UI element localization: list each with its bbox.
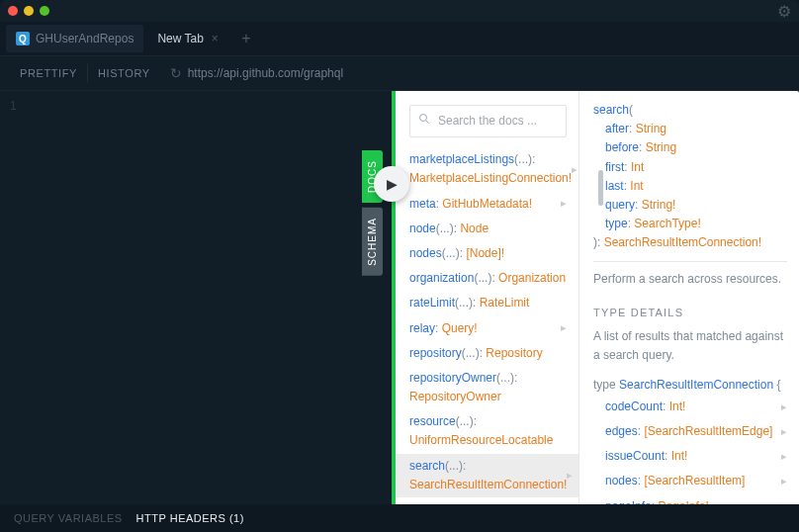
field-name: nodes <box>409 246 442 260</box>
field-args: (...): <box>442 246 467 260</box>
svg-line-1 <box>426 121 429 124</box>
type-field-row[interactable]: issueCount: Int!▸ <box>605 444 787 469</box>
field-row-marketplaceListings[interactable]: marketplaceListings(...): MarketplaceLis… <box>409 147 567 191</box>
arg-row: type: SearchType! <box>605 215 787 233</box>
field-type: Node <box>460 222 488 235</box>
schema-tab[interactable]: SCHEMA <box>362 208 383 276</box>
field-type: Repository <box>486 346 542 360</box>
search-docs-input[interactable]: Search the docs ... <box>409 105 567 137</box>
type-field-row[interactable]: edges: [SearchResultItemEdge]▸ <box>605 419 787 444</box>
type-name[interactable]: SearchResultItemConnection <box>619 378 773 392</box>
field-type: SearchResultItemConnection! <box>409 478 567 491</box>
field-name: organization <box>409 271 474 285</box>
field-row-node[interactable]: node(...): Node <box>409 217 567 241</box>
field-args: (...): <box>455 296 480 310</box>
query-editor[interactable]: 1 ▶ <box>0 91 392 504</box>
arg-row: after: String <box>605 120 787 138</box>
field-name: marketplaceListings <box>409 152 514 166</box>
tab-label: GHUserAndRepos <box>36 32 133 45</box>
arg-row: before: String <box>605 138 787 157</box>
field-type: RepositoryOwner <box>409 390 501 403</box>
docs-panel: DOCS SCHEMA Search the docs ... marketpl… <box>392 91 799 504</box>
chevron-right-icon: ▸ <box>561 319 567 337</box>
field-row-repository[interactable]: repository(...): Repository <box>409 341 567 366</box>
field-type: UniformResourceLocatable <box>409 433 553 447</box>
return-type[interactable]: SearchResultItemConnection! <box>604 235 761 249</box>
chevron-right-icon: ▸ <box>567 467 573 485</box>
close-icon[interactable] <box>8 6 18 16</box>
reload-icon[interactable]: ↻ <box>170 65 182 81</box>
field-args: (...): <box>456 414 477 428</box>
query-icon: Q <box>16 32 30 45</box>
close-tab-icon[interactable]: × <box>212 32 219 45</box>
tab-new-tab[interactable]: New Tab × <box>147 25 228 52</box>
field-args: (...): <box>445 459 466 473</box>
field-row-nodes[interactable]: nodes(...): [Node]! <box>409 241 567 266</box>
field-args: (...): <box>514 152 535 166</box>
field-type: [Node]! <box>466 246 504 260</box>
field-name: relay <box>409 321 435 335</box>
field-row-resource[interactable]: resource(...): UniformResourceLocatable <box>409 409 567 453</box>
field-args: : <box>435 321 442 335</box>
field-row-repositoryOwner[interactable]: repositoryOwner(...): RepositoryOwner <box>409 366 567 409</box>
docs-col-detail: search( after: Stringbefore: Stringfirst… <box>579 91 799 504</box>
type-description: A list of results that matched against a… <box>593 327 787 365</box>
type-declaration: type SearchResultItemConnection { <box>593 376 787 395</box>
search-placeholder: Search the docs ... <box>438 112 537 131</box>
type-details-heading: TYPE DETAILS <box>593 305 787 322</box>
prettify-button[interactable]: PRETTIFY <box>10 63 87 83</box>
docs-col-query: Search the docs ... marketplaceListings(… <box>396 91 579 504</box>
field-row-securityAdvisories[interactable]: securityAdvisories(...): SecurityAdvisor… <box>409 497 567 504</box>
field-type: GitHubMetadata! <box>442 197 532 211</box>
chevron-right-icon: ▸ <box>781 497 787 504</box>
settings-gear-icon[interactable]: ⚙ <box>777 2 791 21</box>
window-chrome: ⚙ <box>0 0 799 22</box>
minimize-icon[interactable] <box>24 6 34 16</box>
field-type: RateLimit <box>480 296 530 310</box>
field-name: repositoryOwner <box>409 371 496 385</box>
field-name: securityAdvisories <box>409 502 505 504</box>
arg-row: first: Int <box>605 158 787 177</box>
workspace: 1 ▶ DOCS SCHEMA Search the docs ... mark… <box>0 91 799 504</box>
chevron-right-icon: ▸ <box>572 161 577 179</box>
type-field-row[interactable]: pageInfo: PageInfo!▸ <box>605 494 787 504</box>
bottom-bar: QUERY VARIABLES HTTP HEADERS (1) <box>0 504 799 532</box>
field-name: resource <box>409 414 456 428</box>
search-icon <box>418 112 430 131</box>
field-description: Perform a search across resources. <box>593 270 787 289</box>
field-row-search[interactable]: search(...): SearchResultItemConnection!… <box>396 454 578 497</box>
maximize-icon[interactable] <box>40 6 49 16</box>
scrollbar-thumb[interactable] <box>598 170 603 206</box>
arg-row: query: String! <box>605 196 787 215</box>
field-row-organization[interactable]: organization(...): Organization <box>409 266 567 291</box>
field-args: (...): <box>436 222 461 235</box>
http-headers-tab[interactable]: HTTP HEADERS (1) <box>136 512 244 524</box>
field-args: (...): <box>474 271 498 285</box>
endpoint-url[interactable]: https://api.github.com/graphql <box>188 66 343 80</box>
field-row-rateLimit[interactable]: rateLimit(...): RateLimit <box>409 291 567 315</box>
chevron-right-icon: ▸ <box>561 195 567 213</box>
field-args: (...): <box>505 502 526 504</box>
history-button[interactable]: HISTORY <box>87 63 160 83</box>
field-name: node <box>409 222 436 235</box>
field-name: meta <box>409 197 436 211</box>
field-name: rateLimit <box>409 296 455 310</box>
type-field-row[interactable]: codeCount: Int!▸ <box>605 395 787 419</box>
add-tab-button[interactable]: + <box>232 25 260 52</box>
arg-row: last: Int <box>605 177 787 196</box>
chevron-right-icon: ▸ <box>781 399 787 416</box>
chevron-right-icon: ▸ <box>781 473 787 490</box>
field-name: search <box>593 103 629 117</box>
query-variables-tab[interactable]: QUERY VARIABLES <box>14 512 123 524</box>
type-field-row[interactable]: nodes: [SearchResultItem]▸ <box>605 469 787 493</box>
tab-ghuserandrepos[interactable]: Q GHUserAndRepos <box>6 25 143 52</box>
field-name: search <box>409 459 445 473</box>
svg-point-0 <box>420 115 427 122</box>
field-row-relay[interactable]: relay: Query!▸ <box>409 316 567 341</box>
chevron-right-icon: ▸ <box>781 448 787 466</box>
execute-button[interactable]: ▶ <box>374 166 409 202</box>
field-type: MarketplaceListingConnection! <box>409 171 572 185</box>
toolbar: PRETTIFY HISTORY ↻ https://api.github.co… <box>0 55 799 91</box>
field-name: repository <box>409 346 462 360</box>
field-row-meta[interactable]: meta: GitHubMetadata!▸ <box>409 192 567 217</box>
